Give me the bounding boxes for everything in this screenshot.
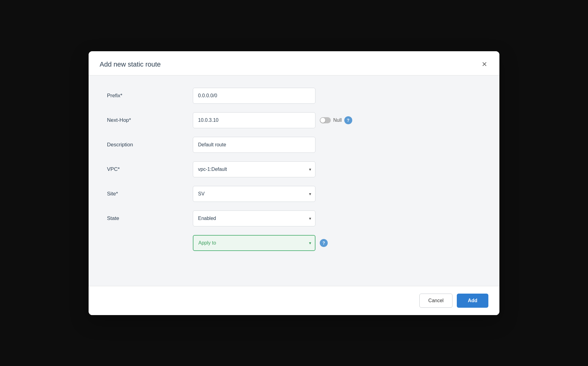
description-input[interactable] (193, 137, 315, 153)
prefix-input[interactable] (193, 88, 315, 104)
null-help-icon[interactable]: ? (344, 116, 352, 124)
state-label: State (107, 215, 193, 222)
nexthop-label: Next-Hop* (107, 117, 193, 123)
modal-dialog: Add new static route ✕ Prefix* Next-Hop* (89, 51, 499, 315)
state-row: State Enabled Disabled ▾ (107, 210, 481, 226)
toggle-knob (320, 118, 325, 123)
state-select-wrapper: Enabled Disabled ▾ (193, 210, 315, 226)
vpc-row: VPC* vpc-1:Default ▾ (107, 161, 481, 177)
apply-to-control: Apply to ▾ ? (193, 235, 481, 251)
apply-to-select[interactable]: Apply to (193, 235, 315, 251)
site-control: SV ▾ (193, 186, 481, 202)
modal-body: Prefix* Next-Hop* Null ? (89, 75, 499, 286)
cancel-button[interactable]: Cancel (419, 294, 452, 308)
prefix-label: Prefix* (107, 93, 193, 99)
prefix-control (193, 88, 481, 104)
description-row: Description (107, 137, 481, 153)
add-button[interactable]: Add (457, 294, 488, 308)
site-row: Site* SV ▾ (107, 186, 481, 202)
close-button[interactable]: ✕ (480, 60, 488, 69)
prefix-row: Prefix* (107, 88, 481, 104)
nexthop-control: Null ? (193, 112, 481, 128)
site-select[interactable]: SV (193, 186, 315, 202)
state-select[interactable]: Enabled Disabled (193, 210, 315, 226)
modal-header: Add new static route ✕ (89, 51, 499, 75)
site-select-wrapper: SV ▾ (193, 186, 315, 202)
modal-footer: Cancel Add (89, 286, 499, 315)
site-label: Site* (107, 191, 193, 197)
close-icon: ✕ (482, 61, 487, 68)
description-control (193, 137, 481, 153)
vpc-label: VPC* (107, 166, 193, 172)
apply-to-wrapper: Apply to ▾ (193, 235, 315, 251)
modal-title: Add new static route (100, 60, 161, 68)
description-label: Description (107, 142, 193, 148)
vpc-control: vpc-1:Default ▾ (193, 161, 481, 177)
null-toggle-wrapper: Null ? (320, 116, 352, 124)
null-label: Null (333, 118, 342, 123)
nexthop-row: Next-Hop* Null ? (107, 112, 481, 128)
apply-to-help-icon[interactable]: ? (320, 239, 328, 247)
apply-to-row: Apply to ▾ ? (107, 235, 481, 251)
null-toggle[interactable] (320, 117, 331, 123)
state-control: Enabled Disabled ▾ (193, 210, 481, 226)
vpc-select-wrapper: vpc-1:Default ▾ (193, 161, 315, 177)
vpc-select[interactable]: vpc-1:Default (193, 161, 315, 177)
modal-overlay: Add new static route ✕ Prefix* Next-Hop* (0, 0, 588, 366)
nexthop-input[interactable] (193, 112, 315, 128)
